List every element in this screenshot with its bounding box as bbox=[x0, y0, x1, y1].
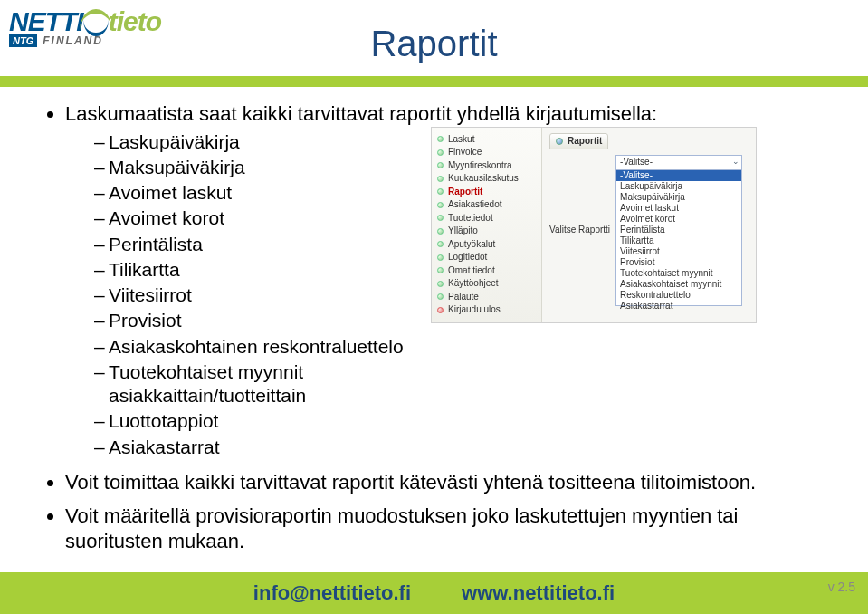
app-nav-item[interactable]: Aputyökalut bbox=[435, 238, 538, 252]
nav-bullet-icon bbox=[437, 267, 444, 273]
select-option[interactable]: Tilikartta bbox=[616, 235, 741, 246]
nav-bullet-icon bbox=[437, 215, 444, 221]
select-option[interactable]: Asiakastarrat bbox=[616, 301, 741, 312]
app-nav-label: Aputyökalut bbox=[448, 239, 495, 251]
app-nav-item[interactable]: Raportit bbox=[435, 186, 538, 199]
logout-icon bbox=[437, 307, 444, 313]
nav-bullet-icon bbox=[437, 188, 444, 195]
app-nav: LaskutFinvoiceMyyntireskontraKuukausilas… bbox=[432, 128, 542, 322]
select-option[interactable]: Viitesiirrot bbox=[616, 246, 741, 257]
report-type-item: Provisiot bbox=[94, 309, 418, 332]
app-nav-label: Käyttöohjeet bbox=[448, 278, 499, 290]
report-type-item: Asiakastarrat bbox=[94, 436, 418, 459]
slide-content: Laskumaatista saat kaikki tarvittavat ra… bbox=[42, 101, 832, 559]
slide-header: NETTI tieto NTG FINLAND Raportit bbox=[0, 0, 868, 87]
app-nav-item[interactable]: Käyttöohjeet bbox=[435, 277, 538, 291]
select-option[interactable]: Perintälista bbox=[616, 225, 741, 235]
app-nav-item[interactable]: Ylläpito bbox=[435, 225, 538, 238]
select-option[interactable]: Asiakaskohtaiset myynnit bbox=[616, 279, 741, 290]
report-type-item: Avoimet laskut bbox=[94, 181, 418, 205]
app-nav-label: Finvoice bbox=[448, 147, 482, 158]
nav-bullet-icon bbox=[437, 149, 444, 156]
app-nav-item[interactable]: Finvoice bbox=[435, 146, 538, 159]
intro-bullet: Laskumaatista saat kaikki tarvittavat ra… bbox=[65, 101, 832, 461]
report-type-item: Tuotekohtaiset myynnit asiakkaittain/tuo… bbox=[94, 360, 418, 408]
app-nav-label: Palaute bbox=[448, 292, 479, 303]
app-tab-label: Raportit bbox=[568, 136, 602, 148]
report-type-item: Tilikartta bbox=[94, 258, 418, 282]
report-type-item: Laskupäiväkirja bbox=[94, 130, 418, 154]
bullet-deliver: Voit toimittaa kaikki tarvittavat raport… bbox=[65, 470, 832, 495]
report-tab-icon bbox=[556, 138, 563, 145]
select-label: Valitse Raportti bbox=[549, 225, 610, 236]
select-option[interactable]: Laskupäiväkirja bbox=[616, 181, 741, 192]
intro-text: Laskumaatista saat kaikki tarvittavat ra… bbox=[65, 102, 657, 125]
app-nav-label: Myyntireskontra bbox=[448, 160, 512, 172]
report-type-item: Viitesiirrot bbox=[94, 283, 418, 307]
embedded-app-screenshot: LaskutFinvoiceMyyntireskontraKuukausilas… bbox=[431, 127, 757, 323]
slide-title: Raportit bbox=[0, 24, 868, 64]
select-option[interactable]: -Valitse- bbox=[616, 170, 741, 181]
app-nav-item[interactable]: Asiakastiedot bbox=[435, 198, 538, 212]
select-option[interactable]: Avoimet korot bbox=[616, 214, 741, 225]
report-type-list: LaskupäiväkirjaMaksupäiväkirjaAvoimet la… bbox=[65, 130, 418, 459]
app-nav-item[interactable]: Palaute bbox=[435, 291, 538, 304]
nav-bullet-icon bbox=[437, 162, 444, 168]
nav-bullet-icon bbox=[437, 176, 444, 182]
slide-footer: info@nettitieto.fi www.nettitieto.fi bbox=[0, 572, 868, 614]
footer-url: www.nettitieto.fi bbox=[462, 581, 615, 605]
select-option[interactable]: Provisiot bbox=[616, 257, 741, 268]
nav-bullet-icon bbox=[437, 136, 444, 142]
app-nav-label: Kuukausilaskutus bbox=[448, 173, 519, 185]
nav-bullet-icon bbox=[437, 228, 444, 235]
version-label: v 2.5 bbox=[828, 580, 855, 594]
nav-bullet-icon bbox=[437, 254, 444, 261]
nav-bullet-icon bbox=[437, 202, 444, 208]
nav-bullet-icon bbox=[437, 293, 444, 300]
report-type-item: Avoimet korot bbox=[94, 206, 418, 230]
app-nav-label: Omat tiedot bbox=[448, 265, 495, 277]
report-type-item: Maksupäiväkirja bbox=[94, 156, 418, 179]
app-nav-label: Asiakastiedot bbox=[448, 199, 501, 211]
app-tab[interactable]: Raportit bbox=[549, 133, 608, 150]
app-nav-item[interactable]: Myyntireskontra bbox=[435, 159, 538, 173]
select-option-list: -Valitse-LaskupäiväkirjaMaksupäiväkirjaA… bbox=[615, 170, 742, 306]
select-value: -Valitse- bbox=[616, 156, 741, 169]
app-nav-item[interactable]: Logitiedot bbox=[435, 251, 538, 264]
bullet-provision: Voit määritellä provisioraportin muodost… bbox=[65, 504, 832, 553]
header-rule bbox=[0, 76, 868, 87]
select-option[interactable]: Tuotekohtaiset myynnit bbox=[616, 268, 741, 279]
nav-bullet-icon bbox=[437, 281, 444, 287]
report-type-item: Perintälista bbox=[94, 233, 418, 256]
app-nav-label: Raportit bbox=[448, 187, 482, 198]
app-nav-item[interactable]: Tuotetiedot bbox=[435, 212, 538, 225]
select-option[interactable]: Reskontraluettelo bbox=[616, 290, 741, 301]
report-type-item: Asiakaskohtainen reskontraluettelo bbox=[94, 335, 418, 359]
app-nav-label: Ylläpito bbox=[448, 225, 478, 237]
select-option[interactable]: Avoimet laskut bbox=[616, 203, 741, 214]
nav-bullet-icon bbox=[437, 241, 444, 247]
app-nav-item[interactable]: Kuukausilaskutus bbox=[435, 172, 538, 186]
app-nav-item[interactable]: Laskut bbox=[435, 133, 538, 147]
report-type-item: Luottotappiot bbox=[94, 409, 418, 433]
app-nav-label: Logitiedot bbox=[448, 252, 487, 264]
app-nav-item[interactable]: Kirjaudu ulos bbox=[435, 303, 538, 317]
chevron-down-icon: ⌄ bbox=[732, 157, 739, 167]
app-nav-item[interactable]: Omat tiedot bbox=[435, 264, 538, 278]
app-nav-label: Tuotetiedot bbox=[448, 213, 493, 225]
app-nav-label: Kirjaudu ulos bbox=[448, 304, 501, 316]
report-select[interactable]: -Valitse- ⌄ bbox=[615, 155, 742, 170]
footer-email: info@nettitieto.fi bbox=[253, 581, 411, 605]
app-nav-label: Laskut bbox=[448, 134, 474, 146]
select-option[interactable]: Maksupäiväkirja bbox=[616, 192, 741, 203]
